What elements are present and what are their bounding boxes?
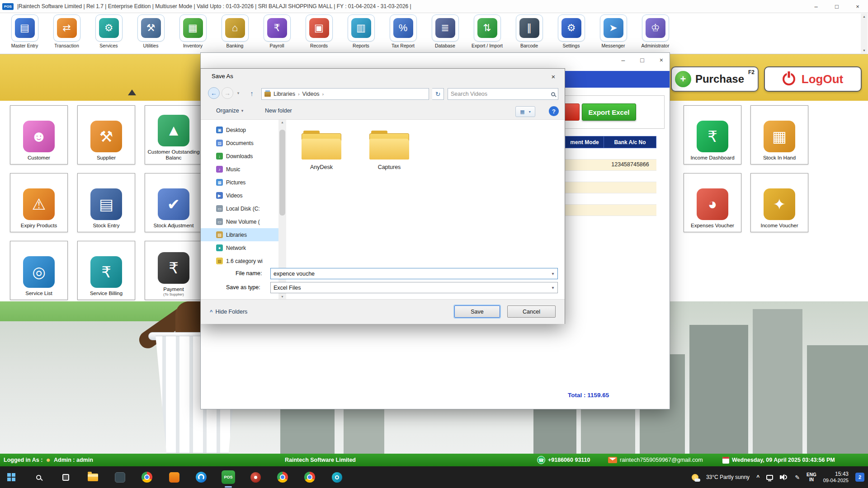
toolbar-item-banking[interactable]: ⌂Banking <box>214 14 256 54</box>
start-icon[interactable] <box>5 469 18 485</box>
cancel-button[interactable]: Cancel <box>507 305 556 318</box>
tile-customer[interactable]: ☻Customer <box>10 105 68 164</box>
breadcrumb-segment[interactable]: Videos <box>302 91 320 97</box>
toolbar-item-payroll[interactable]: ₹Payroll <box>256 14 298 54</box>
folder-item-captures[interactable]: Captures <box>362 131 416 170</box>
caret-down-icon[interactable]: ▾ <box>548 271 557 276</box>
toolbar-item-utilities[interactable]: ⚒Utilities <box>130 14 172 54</box>
search-box[interactable] <box>448 88 558 100</box>
minimize-icon[interactable]: – <box>806 0 826 13</box>
volume-icon[interactable] <box>780 474 788 480</box>
breadcrumb-segment[interactable]: Libraries <box>274 91 295 97</box>
app-red-icon[interactable] <box>249 469 262 485</box>
tile-supplier[interactable]: ⚒Supplier <box>77 105 135 164</box>
tree-item-music[interactable]: ♪Music <box>201 163 278 176</box>
hidden-icons-chevron[interactable]: ^ <box>756 474 760 480</box>
tile-service-list[interactable]: ◎Service List <box>10 241 68 300</box>
toolbar-item-messenger[interactable]: ➤Messenger <box>592 14 634 54</box>
maximize-icon[interactable]: □ <box>640 56 644 64</box>
toolbar-item-master-entry[interactable]: ▤Master Entry <box>4 14 46 54</box>
tile-income-voucher[interactable]: ✦Income Voucher <box>750 173 808 232</box>
back-icon[interactable]: ← <box>208 87 220 99</box>
toolbar-item-database[interactable]: ≣Database <box>424 14 466 54</box>
refresh-icon[interactable]: ↻ <box>432 88 444 100</box>
task-view-icon[interactable] <box>59 469 72 485</box>
tile-service-billing[interactable]: ₹Service Billing <box>77 241 135 300</box>
pos-app-icon[interactable]: POS <box>222 469 235 485</box>
scrollbar-thumb[interactable] <box>279 130 285 216</box>
clock[interactable]: 15:4309-04-2025 <box>823 471 849 484</box>
breadcrumb[interactable]: Libraries › Videos › <box>261 88 429 100</box>
tile-stock-entry[interactable]: ▤Stock Entry <box>77 173 135 232</box>
chrome-icon[interactable] <box>140 469 154 485</box>
tree-item-videos[interactable]: ▶Videos <box>201 189 278 202</box>
toolbar-scrollbar[interactable]: ▲ ▼ <box>861 14 868 53</box>
toolbar-item-inventory[interactable]: ▦Inventory <box>172 14 214 54</box>
toolbar-item-tax-report[interactable]: %Tax Report <box>382 14 424 54</box>
save-button[interactable]: Save <box>454 305 500 318</box>
tile-payment[interactable]: ₹Payment(To Supplier) <box>145 241 203 300</box>
save-as-type-select[interactable]: Excel Files ▾ <box>270 282 558 293</box>
tree-item-downloads[interactable]: ↓Downloads <box>201 150 278 163</box>
toolbar-item-barcode[interactable]: ∥Barcode <box>508 14 550 54</box>
tree-item-local-disk-c[interactable]: ▭Local Disk (C: <box>201 202 278 215</box>
minimize-icon[interactable]: – <box>622 56 625 64</box>
app-dark-icon[interactable] <box>113 469 127 485</box>
toolbar-item-reports[interactable]: ▥Reports <box>340 14 382 54</box>
edge-icon[interactable] <box>194 469 208 485</box>
scroll-down-icon[interactable]: ▼ <box>863 49 866 52</box>
toolbar-item-services[interactable]: ⚙Services <box>88 14 130 54</box>
scroll-down-icon[interactable]: ▼ <box>281 295 284 298</box>
file-name-input[interactable] <box>271 271 548 277</box>
network-icon[interactable] <box>766 475 773 480</box>
hide-folders-button[interactable]: ^Hide Folders <box>210 309 247 315</box>
tree-item-desktop[interactable]: ▣Desktop <box>201 123 278 136</box>
weather-icon[interactable] <box>691 469 699 485</box>
organize-button[interactable]: Organize▾ <box>216 108 243 114</box>
tree-item-pictures[interactable]: ▦Pictures <box>201 176 278 189</box>
tile-income-dashboard[interactable]: ₹Income Dashboard <box>684 105 741 164</box>
toolbar-item-records[interactable]: ▣Records <box>298 14 340 54</box>
weather-text[interactable]: 33°C Partly sunny <box>706 474 750 480</box>
tree-item-libraries[interactable]: ▤Libraries <box>201 228 278 241</box>
tree-item-documents[interactable]: ▤Documents <box>201 136 278 150</box>
close-icon[interactable]: × <box>660 56 663 64</box>
new-folder-button[interactable]: New folder <box>265 108 292 114</box>
scroll-up-icon[interactable]: ▲ <box>281 121 284 124</box>
views-button[interactable]: ▦▾ <box>515 106 535 117</box>
forward-icon[interactable]: → <box>222 87 233 99</box>
history-dropdown-icon[interactable]: ▾ <box>235 90 241 96</box>
up-icon[interactable]: ↑ <box>246 88 258 99</box>
purchase-button[interactable]: + Purchase F2 <box>671 66 759 92</box>
tile-stock-in-hand[interactable]: ▦Stock In Hand <box>750 105 808 164</box>
folder-item-anydesk[interactable]: AnyDesk <box>294 131 349 170</box>
chrome-icon[interactable] <box>303 469 316 485</box>
close-icon[interactable]: × <box>847 0 868 13</box>
help-button[interactable]: ? <box>549 106 559 116</box>
tile-stock-adjustment[interactable]: ✔Stock Adjustment <box>145 173 203 232</box>
tile-expiry-products[interactable]: ⚠Expiry Products <box>10 173 68 232</box>
tree-item-network[interactable]: ●Network <box>201 241 278 254</box>
close-icon[interactable]: × <box>546 71 561 81</box>
chrome-icon[interactable] <box>276 469 289 485</box>
tile-customer-outstanding-balance[interactable]: ▲Customer Outstanding Balanc <box>145 105 203 164</box>
tile-expenses-voucher[interactable]: ◕Expenses Voucher <box>684 173 741 232</box>
toolbar-item-export-import[interactable]: ⇅Export / Import <box>466 14 508 54</box>
notification-badge[interactable]: 2 <box>855 473 864 482</box>
app-orange-icon[interactable] <box>167 469 181 485</box>
scroll-up-icon[interactable]: ▲ <box>863 15 866 18</box>
toolbar-item-settings[interactable]: ⚙Settings <box>550 14 592 54</box>
logout-button[interactable]: LogOut <box>764 66 862 92</box>
language-switcher[interactable]: ENGIN <box>807 472 816 482</box>
maximize-icon[interactable]: □ <box>826 0 847 13</box>
file-explorer-icon[interactable] <box>86 469 99 485</box>
app-teal-icon[interactable] <box>330 469 344 485</box>
search-input[interactable] <box>451 91 551 97</box>
toolbar-item-administrator[interactable]: ♔Administrator <box>634 14 676 54</box>
export-excel-button[interactable]: Export Excel <box>582 103 636 121</box>
toolbar-item-transaction[interactable]: ⇄Transaction <box>46 14 88 54</box>
pen-icon[interactable]: ✎ <box>795 474 800 481</box>
search-icon[interactable] <box>32 469 45 485</box>
tree-item-category-folder[interactable]: ▨1.6 category wi <box>201 254 278 267</box>
tree-item-new-volume[interactable]: ▭New Volume ( <box>201 215 278 228</box>
